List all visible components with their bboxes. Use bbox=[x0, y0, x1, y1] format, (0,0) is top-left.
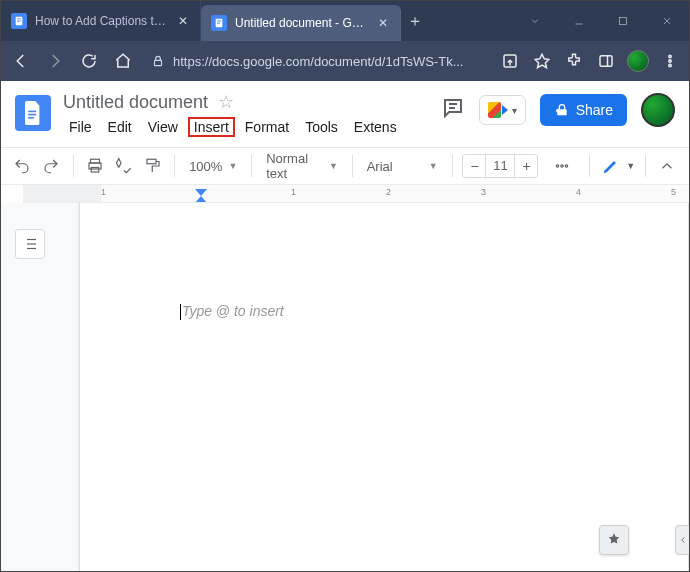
separator bbox=[174, 155, 175, 177]
style-select[interactable]: Normal text ▼ bbox=[262, 151, 342, 181]
close-window-icon[interactable] bbox=[645, 1, 689, 41]
tab-title: How to Add Captions to Im bbox=[35, 14, 168, 28]
horizontal-ruler[interactable]: 1 1 2 3 4 5 bbox=[23, 185, 689, 203]
menu-format[interactable]: Format bbox=[239, 117, 295, 137]
doc-title[interactable]: Untitled document bbox=[63, 92, 208, 113]
svg-rect-29 bbox=[91, 168, 99, 173]
svg-point-18 bbox=[669, 55, 671, 57]
separator bbox=[251, 155, 252, 177]
side-panel-icon[interactable] bbox=[595, 50, 617, 72]
text-cursor bbox=[180, 304, 181, 320]
svg-point-31 bbox=[556, 165, 558, 167]
separator bbox=[589, 155, 590, 177]
explore-button[interactable] bbox=[599, 525, 629, 555]
font-select[interactable]: Arial ▼ bbox=[363, 159, 442, 174]
ruler-label: 3 bbox=[481, 187, 486, 197]
canvas-area: Type @ to insert bbox=[1, 203, 689, 572]
meet-icon bbox=[488, 102, 508, 118]
url-text: https://docs.google.com/document/d/1dTsW… bbox=[173, 54, 463, 69]
svg-rect-22 bbox=[28, 114, 36, 116]
back-button[interactable] bbox=[9, 49, 33, 73]
bookmark-star-icon[interactable] bbox=[531, 50, 553, 72]
chevron-down-icon: ▼ bbox=[329, 161, 338, 171]
close-icon[interactable]: ✕ bbox=[176, 14, 190, 28]
separator bbox=[452, 155, 453, 177]
increase-font-button[interactable]: + bbox=[515, 155, 537, 177]
zoom-value: 100% bbox=[189, 159, 222, 174]
menu-file[interactable]: File bbox=[63, 117, 98, 137]
menu-tools[interactable]: Tools bbox=[299, 117, 344, 137]
separator bbox=[645, 155, 646, 177]
svg-rect-9 bbox=[620, 18, 627, 25]
font-size-value[interactable]: 11 bbox=[485, 155, 515, 177]
paint-format-button[interactable] bbox=[141, 153, 164, 179]
editing-mode-button[interactable]: ▼ bbox=[600, 155, 635, 177]
share-page-icon[interactable] bbox=[499, 50, 521, 72]
minimize-icon[interactable] bbox=[557, 1, 601, 41]
collapse-toolbar-button[interactable] bbox=[656, 153, 679, 179]
left-indent-icon[interactable] bbox=[195, 196, 207, 203]
new-tab-button[interactable]: ＋ bbox=[401, 1, 429, 41]
menu-extensions[interactable]: Extens bbox=[348, 117, 403, 137]
document-page[interactable]: Type @ to insert bbox=[79, 203, 689, 572]
share-label: Share bbox=[576, 102, 613, 118]
svg-rect-3 bbox=[17, 21, 20, 22]
document-outline-button[interactable] bbox=[15, 229, 45, 259]
svg-rect-26 bbox=[557, 109, 566, 115]
menu-insert[interactable]: Insert bbox=[188, 117, 235, 137]
comment-history-icon[interactable] bbox=[441, 96, 465, 124]
docs-favicon-icon bbox=[211, 15, 227, 31]
tab-howto[interactable]: How to Add Captions to Im ✕ bbox=[1, 1, 201, 41]
first-line-indent-icon[interactable] bbox=[195, 189, 207, 196]
svg-point-33 bbox=[565, 165, 567, 167]
font-value: Arial bbox=[367, 159, 393, 174]
maximize-icon[interactable] bbox=[601, 1, 645, 41]
svg-rect-21 bbox=[28, 111, 36, 113]
menu-view[interactable]: View bbox=[142, 117, 184, 137]
chevron-down-icon: ▾ bbox=[512, 105, 517, 116]
zoom-select[interactable]: 100% ▼ bbox=[185, 159, 241, 174]
svg-rect-7 bbox=[217, 23, 220, 24]
profile-avatar-icon[interactable] bbox=[627, 50, 649, 72]
extensions-icon[interactable] bbox=[563, 50, 585, 72]
more-tools-button[interactable] bbox=[550, 153, 573, 179]
docs-favicon-icon bbox=[11, 13, 27, 29]
undo-button[interactable] bbox=[11, 153, 34, 179]
toolbar: 100% ▼ Normal text ▼ Arial ▼ − 11 + ▼ bbox=[1, 147, 689, 185]
svg-rect-23 bbox=[28, 117, 34, 119]
svg-point-32 bbox=[561, 165, 563, 167]
header-right: ▾ Share bbox=[441, 93, 675, 127]
print-button[interactable] bbox=[84, 153, 107, 179]
home-button[interactable] bbox=[111, 49, 135, 73]
decrease-font-button[interactable]: − bbox=[463, 155, 485, 177]
style-value: Normal text bbox=[266, 151, 323, 181]
ruler-label: 1 bbox=[101, 187, 106, 197]
menu-edit[interactable]: Edit bbox=[102, 117, 138, 137]
reload-button[interactable] bbox=[77, 49, 101, 73]
kebab-menu-icon[interactable] bbox=[659, 50, 681, 72]
docs-logo-icon[interactable] bbox=[15, 95, 51, 131]
ruler-label: 1 bbox=[291, 187, 296, 197]
docs-header: Untitled document ☆ File Edit View Inser… bbox=[1, 81, 689, 137]
spellcheck-button[interactable] bbox=[113, 153, 136, 179]
separator bbox=[352, 155, 353, 177]
pencil-icon bbox=[600, 155, 622, 177]
url-box[interactable]: https://docs.google.com/document/d/1dTsW… bbox=[145, 54, 489, 69]
star-icon[interactable]: ☆ bbox=[218, 91, 234, 113]
page-body[interactable]: Type @ to insert bbox=[80, 203, 688, 320]
close-icon[interactable]: ✕ bbox=[376, 16, 390, 30]
share-button[interactable]: Share bbox=[540, 94, 627, 126]
forward-button[interactable] bbox=[43, 49, 67, 73]
tab-untitled[interactable]: Untitled document - Googl ✕ bbox=[201, 5, 401, 41]
left-gutter bbox=[1, 203, 59, 572]
docs-app: Untitled document ☆ File Edit View Inser… bbox=[1, 81, 689, 572]
redo-button[interactable] bbox=[40, 153, 63, 179]
svg-rect-2 bbox=[17, 20, 21, 21]
chevron-down-icon: ▼ bbox=[429, 161, 438, 171]
lock-icon bbox=[151, 54, 165, 68]
show-side-panel-button[interactable] bbox=[675, 525, 689, 555]
menu-bar: File Edit View Insert Format Tools Exten… bbox=[63, 117, 429, 137]
account-avatar-icon[interactable] bbox=[641, 93, 675, 127]
meet-button[interactable]: ▾ bbox=[479, 95, 526, 125]
chevron-down-icon[interactable] bbox=[513, 1, 557, 41]
